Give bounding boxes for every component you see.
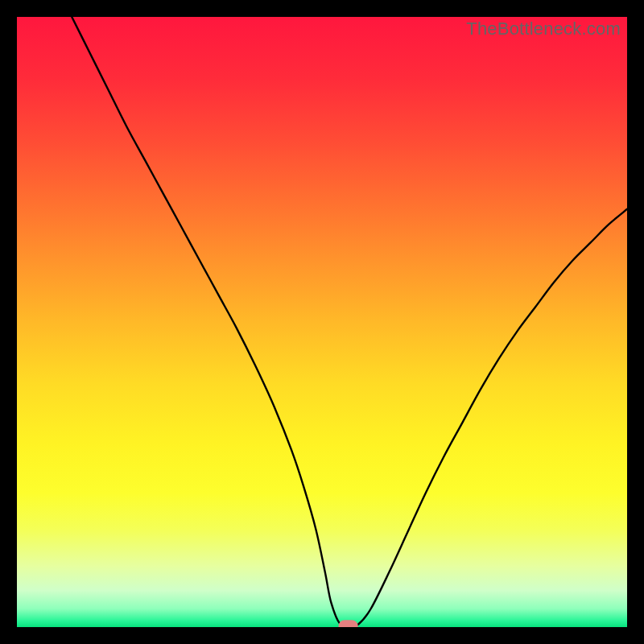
- chart-frame: TheBottleneck.com: [17, 17, 627, 627]
- chart-background: [17, 17, 627, 627]
- optimum-marker: [338, 620, 357, 627]
- watermark-text: TheBottleneck.com: [466, 19, 621, 39]
- bottleneck-chart: [17, 17, 627, 627]
